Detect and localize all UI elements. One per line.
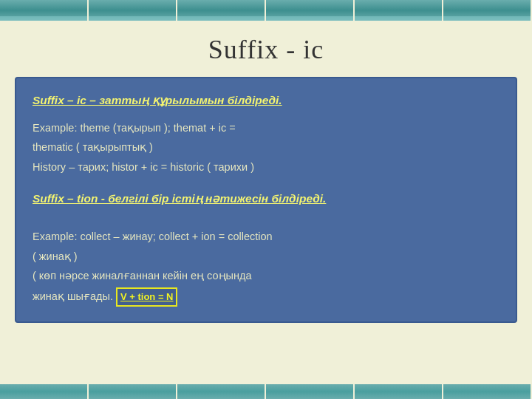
bottom-bar-segment-1	[0, 384, 89, 399]
section2-header: Suffix – tion - белгілі бір істің нәтиже…	[33, 190, 499, 208]
spacer1	[33, 178, 499, 190]
example1-line3: History – тарих; histor + ic = historic …	[33, 159, 499, 175]
formula-underline-box: V + tion = N	[116, 287, 178, 307]
section1-header: Suffix – ic – заттың құрылымын білдіреді…	[33, 92, 499, 109]
top-bar-segment-3	[177, 0, 266, 21]
bottom-bar-segment-4	[266, 384, 355, 399]
example1-line2: thematic ( тақырыптық )	[33, 139, 499, 155]
top-decorative-bar	[0, 0, 532, 21]
top-bar-segment-4	[266, 0, 355, 21]
top-bar-segment-6	[443, 0, 532, 21]
spacer2	[33, 218, 499, 228]
example2-line4: жинақ шығады. V + tion = N	[33, 287, 499, 307]
bottom-decorative-bar	[0, 384, 532, 399]
page-title: Suffix - ic	[0, 21, 532, 77]
top-bar-segment-2	[89, 0, 177, 21]
example1-line1: Example: theme (тақырып ); themat + ic =	[33, 120, 499, 136]
main-content-box: Suffix – ic – заттың құрылымын білдіреді…	[15, 77, 517, 323]
bottom-bar-segment-6	[443, 384, 532, 399]
top-bar-segment-5	[355, 0, 443, 21]
top-bar-segment-1	[0, 0, 89, 21]
example2-line2: ( жинақ )	[33, 248, 499, 265]
bottom-bar-segment-2	[89, 384, 177, 399]
bottom-bar-segment-5	[355, 384, 443, 399]
bottom-bar-segment-3	[177, 384, 266, 399]
example2-line1: Example: collect – жинау; collect + ion …	[33, 228, 499, 245]
example2-line3: ( көп нәрсе жиналғаннан кейін ең соңында	[33, 267, 499, 284]
